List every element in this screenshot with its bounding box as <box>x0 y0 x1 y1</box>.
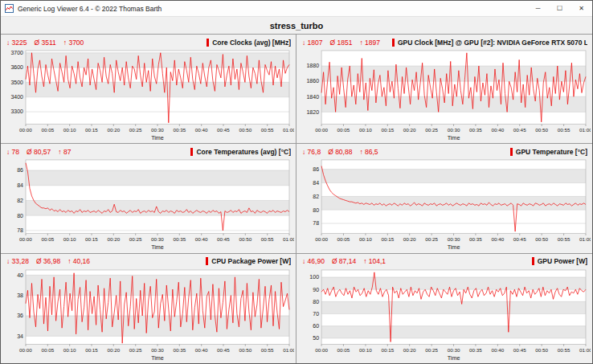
chart-stats: ↓ 78Ø 80,57↑ 87 <box>6 148 78 156</box>
chart-stats: ↓ 1807Ø 1851↑ 1897 <box>302 39 387 47</box>
stat-min: ↓ 33,28 <box>6 257 29 265</box>
svg-text:00:10: 00:10 <box>63 127 76 133</box>
svg-text:00:35: 00:35 <box>173 236 186 242</box>
svg-text:00:40: 00:40 <box>195 347 208 353</box>
stat-max: ↑ 86,5 <box>359 148 378 156</box>
chart-header: ↓ 33,28Ø 36,98↑ 40,16CPU Package Power [… <box>2 255 294 268</box>
stat-min: ↓ 46,90 <box>302 257 325 265</box>
svg-text:78: 78 <box>313 221 319 227</box>
chart-title-wrap: GPU Temperature [°C] <box>510 148 587 156</box>
svg-text:3400: 3400 <box>10 94 23 100</box>
svg-text:Time: Time <box>448 244 460 251</box>
svg-text:82: 82 <box>313 194 319 199</box>
svg-text:00:55: 00:55 <box>261 236 274 242</box>
svg-text:00:00: 00:00 <box>315 127 328 133</box>
svg-text:00:10: 00:10 <box>359 127 372 133</box>
svg-text:78: 78 <box>17 228 23 234</box>
series-legend-bar <box>392 39 395 47</box>
svg-text:00:00: 00:00 <box>19 127 32 133</box>
chart-stats: ↓ 76,8Ø 80,88↑ 86,5 <box>302 148 386 156</box>
svg-text:00:30: 00:30 <box>151 127 164 133</box>
svg-text:00:40: 00:40 <box>195 127 208 133</box>
stat-avg: Ø 87,14 <box>332 257 356 265</box>
svg-text:3600: 3600 <box>10 64 23 70</box>
chart-title-wrap: GPU Power [W] <box>532 257 587 265</box>
series-legend-bar <box>532 257 534 265</box>
svg-text:3300: 3300 <box>10 108 23 114</box>
series-legend-bar <box>207 39 209 47</box>
chart-title: CPU Package Power [W] <box>211 257 291 265</box>
svg-text:36: 36 <box>17 313 23 318</box>
svg-text:00:55: 00:55 <box>558 347 571 353</box>
svg-text:00:00: 00:00 <box>315 236 328 242</box>
titlebar: Generic Log Viewer 6.4 - © 2022 Thomas B… <box>1 1 592 17</box>
svg-text:Time: Time <box>151 244 164 251</box>
svg-text:01:00: 01:00 <box>283 347 294 353</box>
svg-text:01:00: 01:00 <box>579 127 591 133</box>
app-icon <box>5 4 14 13</box>
svg-text:00:05: 00:05 <box>41 236 54 242</box>
svg-text:00:00: 00:00 <box>19 236 32 242</box>
svg-text:00:15: 00:15 <box>381 347 394 353</box>
chart-plot-core-temps[interactable]: 788082848600:0000:0500:1000:1500:2000:25… <box>2 157 294 252</box>
chart-title-wrap: GPU Clock [MHz] @ GPU [#2]: NVIDIA GeFor… <box>392 39 587 47</box>
svg-text:00:20: 00:20 <box>107 127 120 133</box>
svg-text:00:20: 00:20 <box>403 127 416 133</box>
svg-text:00:20: 00:20 <box>107 236 120 242</box>
svg-text:00:50: 00:50 <box>535 127 548 133</box>
svg-text:00:25: 00:25 <box>425 347 438 353</box>
svg-text:00:25: 00:25 <box>129 127 142 133</box>
svg-text:40: 40 <box>17 272 23 277</box>
chart-plot-gpu-power[interactable]: 506070809010000:0000:0500:1000:1500:2000… <box>298 268 591 363</box>
chart-title-wrap: Core Temperatures (avg) [°C] <box>190 148 291 156</box>
maximize-button[interactable]: ☐ <box>549 1 571 16</box>
svg-text:00:50: 00:50 <box>535 347 548 353</box>
charts-grid: ↓ 3225Ø 3511↑ 3700Core Clocks (avg) [MHz… <box>1 34 592 363</box>
svg-text:00:30: 00:30 <box>448 347 460 353</box>
stat-min: ↓ 78 <box>6 148 19 156</box>
stat-max: ↑ 104,1 <box>363 257 386 265</box>
window-title: Generic Log Viewer 6.4 - © 2022 Thomas B… <box>18 5 162 13</box>
chart-title-wrap: Core Clocks (avg) [MHz] <box>207 39 291 47</box>
chart-panel-cpu-package-power: ↓ 33,28Ø 36,98↑ 40,16CPU Package Power [… <box>1 254 296 363</box>
svg-text:00:55: 00:55 <box>558 236 571 242</box>
svg-text:00:30: 00:30 <box>448 127 460 133</box>
chart-plot-gpu-temp[interactable]: 788082848600:0000:0500:1000:1500:2000:25… <box>298 157 591 252</box>
svg-text:50: 50 <box>313 335 319 341</box>
svg-text:86: 86 <box>313 166 319 172</box>
svg-text:00:45: 00:45 <box>513 127 526 133</box>
svg-text:00:55: 00:55 <box>261 127 274 133</box>
svg-text:00:50: 00:50 <box>239 347 252 353</box>
chart-plot-core-clocks[interactable]: 3300340035003600370000:0000:0500:1000:15… <box>2 48 294 143</box>
svg-text:70: 70 <box>313 311 319 317</box>
svg-text:00:50: 00:50 <box>535 236 548 242</box>
svg-text:00:00: 00:00 <box>315 347 328 353</box>
stat-avg: Ø 1851 <box>330 39 353 47</box>
chart-plot-cpu-package-power[interactable]: 3436384000:0000:0500:1000:1500:2000:2500… <box>2 268 294 363</box>
svg-text:00:05: 00:05 <box>41 127 54 133</box>
svg-text:00:05: 00:05 <box>337 236 350 242</box>
chart-title-wrap: CPU Package Power [W] <box>206 257 291 265</box>
svg-text:00:00: 00:00 <box>19 347 32 353</box>
svg-text:00:40: 00:40 <box>491 236 504 242</box>
chart-title: GPU Power [W] <box>538 257 587 265</box>
svg-text:00:45: 00:45 <box>513 236 526 242</box>
close-button[interactable]: ✕ <box>571 1 592 16</box>
chart-title: Core Clocks (avg) [MHz] <box>212 39 291 47</box>
svg-text:00:25: 00:25 <box>129 347 142 353</box>
stat-min: ↓ 1807 <box>302 39 323 47</box>
svg-text:00:50: 00:50 <box>239 236 252 242</box>
chart-header: ↓ 46,90Ø 87,14↑ 104,1GPU Power [W] <box>298 255 591 268</box>
svg-text:34: 34 <box>17 333 23 338</box>
svg-text:Time: Time <box>151 135 164 141</box>
svg-text:00:40: 00:40 <box>491 127 504 133</box>
svg-text:00:10: 00:10 <box>63 236 76 242</box>
svg-text:00:25: 00:25 <box>129 236 142 242</box>
chart-plot-gpu-clock[interactable]: 182018401860188000:0000:0500:1000:1500:2… <box>298 48 591 143</box>
minimize-button[interactable]: ─ <box>527 1 549 16</box>
svg-text:86: 86 <box>17 168 23 174</box>
stat-min: ↓ 3225 <box>6 39 27 47</box>
svg-text:00:20: 00:20 <box>403 347 416 353</box>
svg-text:00:05: 00:05 <box>41 347 54 353</box>
chart-header: ↓ 1807Ø 1851↑ 1897GPU Clock [MHz] @ GPU … <box>298 35 591 48</box>
